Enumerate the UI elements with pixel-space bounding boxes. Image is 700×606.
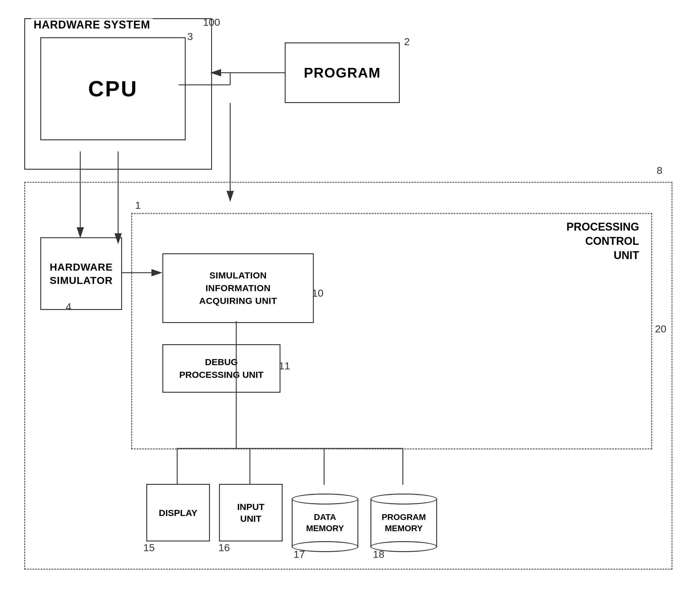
program-ref: 2 xyxy=(404,36,410,48)
input-unit-box: INPUT UNIT xyxy=(219,484,283,541)
data-memory-label: DATA MEMORY xyxy=(306,512,344,534)
hardware-system-ref: 100 xyxy=(203,16,220,28)
pcu-label: PROCESSING CONTROL UNIT xyxy=(566,220,639,262)
data-memory-cylinder: DATA MEMORY xyxy=(292,494,358,547)
cpu-box: CPU xyxy=(40,37,186,140)
processing-control-box: 1 PROCESSING CONTROL UNIT 20 SIMULATION … xyxy=(131,213,652,449)
cyl-top-program xyxy=(370,494,437,505)
hw-sim-box: HARDWARE SIMULATOR xyxy=(40,237,122,310)
cyl-top-data xyxy=(292,494,358,505)
hardware-system-box: HARDWARE SYSTEM CPU 3 xyxy=(24,18,212,170)
pcu-ref: 20 xyxy=(655,323,667,335)
cyl-body-program: PROGRAM MEMORY xyxy=(370,499,437,547)
display-label: DISPLAY xyxy=(159,507,197,519)
debug-label: DEBUG PROCESSING UNIT xyxy=(179,356,264,381)
debug-ref: 11 xyxy=(279,360,290,372)
outer-ref: 8 xyxy=(657,165,662,176)
input-unit-label: INPUT UNIT xyxy=(237,501,264,525)
cpu-label: CPU xyxy=(88,76,138,101)
cpu-ref: 3 xyxy=(187,30,193,42)
data-memory-ref: 17 xyxy=(293,549,305,560)
program-box: PROGRAM xyxy=(285,42,400,103)
hardware-system-label: HARDWARE SYSTEM xyxy=(31,19,153,31)
sim-info-label: SIMULATION INFORMATION ACQUIRING UNIT xyxy=(199,269,277,307)
inner-ref: 1 xyxy=(135,200,141,211)
sim-info-box: SIMULATION INFORMATION ACQUIRING UNIT xyxy=(162,253,314,323)
program-memory-label: PROGRAM MEMORY xyxy=(382,512,426,534)
input-unit-ref: 16 xyxy=(218,542,230,554)
program-memory-ref: 18 xyxy=(373,549,384,560)
cyl-body-data: DATA MEMORY xyxy=(292,499,358,547)
display-ref: 15 xyxy=(143,542,155,554)
display-box: DISPLAY xyxy=(146,484,210,541)
debug-box: DEBUG PROCESSING UNIT xyxy=(162,344,281,393)
sim-info-ref: 10 xyxy=(312,287,323,299)
diagram-container: HARDWARE SYSTEM CPU 3 100 PROGRAM 2 8 1 … xyxy=(18,12,684,588)
program-memory-cylinder: PROGRAM MEMORY xyxy=(370,494,437,547)
hw-sim-ref: 4 xyxy=(66,301,71,313)
program-label: PROGRAM xyxy=(304,65,381,81)
outer-dashed-box: 8 1 PROCESSING CONTROL UNIT 20 SIMULATIO… xyxy=(24,182,672,569)
hw-sim-label: HARDWARE SIMULATOR xyxy=(50,260,113,287)
